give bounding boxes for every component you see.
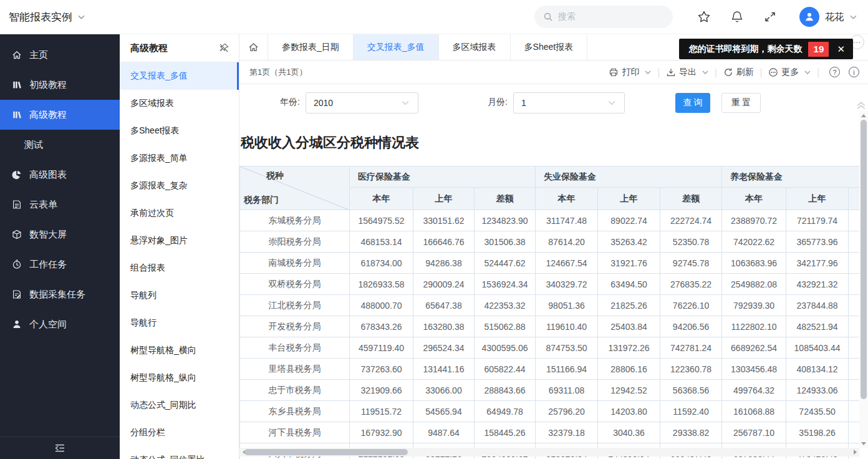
sidebar-item-4[interactable]: 高级图表 [0,160,120,190]
toolbar-divider: | [817,67,819,77]
submenu-item-label: 树型导航格_纵向 [130,372,196,384]
corner-header-cell: 税种税务部门 [240,167,350,210]
search-icon [543,12,553,22]
value-cell: 340329.72 [536,274,598,295]
refresh-button[interactable]: 刷新 [723,67,754,78]
sidebar-item-7[interactable]: 工作任务 [0,249,120,279]
submenu-item-7[interactable]: 组合报表 [120,254,239,282]
value-cell: 311747.48 [536,210,598,231]
reset-button[interactable]: 重置 [721,93,761,113]
value-cell: 1564975.52 [350,210,413,231]
value-cell: 52350.78 [660,231,722,253]
horizontal-scroll-thumb[interactable] [244,449,408,455]
value-cell: 31921.76 [598,253,660,274]
print-button[interactable]: 打印 [609,67,651,78]
vertical-scroll-thumb[interactable] [861,120,867,399]
help-icon[interactable]: ? [829,67,840,77]
user-chevron-down-icon[interactable] [850,15,857,19]
fullscreen-icon[interactable] [763,10,777,24]
submenu-item-8[interactable]: 导航列 [120,282,239,309]
toolbar-divider: | [657,67,660,77]
value-cell: 94286.38 [413,253,475,274]
scroll-up-arrow[interactable] [859,111,868,120]
submenu-item-13[interactable]: 分组分栏 [120,419,239,447]
export-button[interactable]: 导出 [666,67,708,78]
submenu-item-5[interactable]: 承前过次页 [120,200,239,227]
submenu-item-0[interactable]: 交叉报表_多值 [120,62,239,90]
value-cell: 288843.66 [475,380,536,401]
submenu-item-6[interactable]: 悬浮对象_图片 [120,227,239,254]
value-cell: 124667.54 [536,253,598,274]
query-button[interactable]: 查询 [675,93,710,113]
sidebar-collapse-button[interactable] [0,437,120,459]
submenu-item-label: 多源报表_简单 [130,153,188,164]
value-cell: 237844.88 [786,295,849,316]
submenu-item-4[interactable]: 多源报表_复杂 [120,172,239,200]
vertical-scrollbar[interactable] [859,111,868,448]
row-name-cell: 里塔县税务局 [240,359,350,380]
sidebar-item-label: 工作任务 [29,259,67,271]
tab-home[interactable] [239,34,268,60]
value-cell: 4300595.06 [475,337,536,359]
scroll-right-arrow[interactable] [851,448,859,457]
tab-3[interactable]: 多Sheet报表 [511,34,588,60]
month-select[interactable]: 1 [513,92,625,114]
unpin-icon[interactable] [218,42,229,54]
submenu-item-3[interactable]: 多源报表_简单 [120,145,239,172]
table-row: 里塔县税务局737263.60131441.16605822.44151166.… [240,359,868,380]
sidebar-item-3[interactable]: 测试 [0,130,120,160]
value-cell: 737263.60 [350,359,413,380]
value-cell: 1536924.34 [475,274,536,295]
tab-1[interactable]: 交叉报表_多值 [354,34,439,60]
month-value: 1 [521,98,526,108]
submenu-item-9[interactable]: 导航行 [120,309,239,337]
submenu-item-12[interactable]: 动态公式_同期比 [120,392,239,419]
tab-0[interactable]: 参数报表_日期 [268,34,354,60]
value-cell: 256787.10 [722,422,786,443]
scroll-down-arrow[interactable] [859,439,868,448]
table-row: 双桥税务分局1826933.58290009.241536924.3434032… [240,274,868,295]
value-cell: 605822.44 [475,359,536,380]
app-switcher[interactable]: 智能报表实例 [9,10,85,24]
secondary-sidebar: 高级教程 交叉报表_多值多区域报表多Sheet报表多源报表_简单多源报表_复杂承… [120,34,239,459]
search-input[interactable]: 搜索 [534,6,673,28]
submenu-item-11[interactable]: 树型导航格_纵向 [120,364,239,392]
value-cell: 618734.00 [350,253,413,274]
submenu-item-1[interactable]: 多区域报表 [120,90,239,117]
close-icon[interactable]: ✕ [837,44,845,54]
sidebar-item-9[interactable]: 个人空间 [0,309,120,339]
value-cell: 119515.72 [350,401,413,422]
sidebar-item-0[interactable]: 主页 [0,40,120,70]
corner-label-top: 税种 [266,170,284,181]
row-name-cell: 河下县税务局 [240,422,350,443]
info-icon[interactable]: i [849,67,859,77]
sidebar-item-1[interactable]: 初级教程 [0,70,120,100]
value-cell: 342177.96 [786,253,849,274]
back-to-top-icon[interactable] [856,100,866,110]
horizontal-scrollbar[interactable] [239,448,859,457]
submenu-item-2[interactable]: 多Sheet报表 [120,117,239,145]
bell-icon[interactable] [730,10,744,24]
value-cell: 468153.14 [350,231,413,253]
sidebar-item-6[interactable]: 数智大屏 [0,220,120,249]
sub-header: 差额 [475,188,536,210]
value-cell: 1122802.10 [722,316,786,337]
value-cell: 6689262.54 [722,337,786,359]
value-cell: 89022.74 [598,210,660,231]
more-button[interactable]: 更多 [768,67,811,78]
report-content: 年份: 2010 月份: 1 查询 重置 税收收入分城区分税种情况表 税种税务部… [239,84,868,459]
sidebar-item-5[interactable]: 云表单 [0,190,120,220]
submenu-item-10[interactable]: 树型导航格_横向 [120,337,239,364]
year-select[interactable]: 2010 [306,92,418,114]
star-icon[interactable] [697,10,711,24]
sidebar-item-8[interactable]: 数据采集任务 [0,279,120,309]
value-cell: 65647.38 [413,295,475,316]
books-icon [12,110,22,120]
tab-2[interactable]: 多区域报表 [439,34,511,60]
avatar[interactable] [799,7,819,27]
table-body: 东城税务分局1564975.52330151.621234823.9031174… [240,210,868,459]
sidebar-item-2[interactable]: 高级教程 [0,100,120,130]
group-header-2: 养老保险基金 [722,167,868,188]
submenu-item-14[interactable]: 动态公式_同位置比 [120,447,239,459]
refresh-icon [723,67,733,77]
